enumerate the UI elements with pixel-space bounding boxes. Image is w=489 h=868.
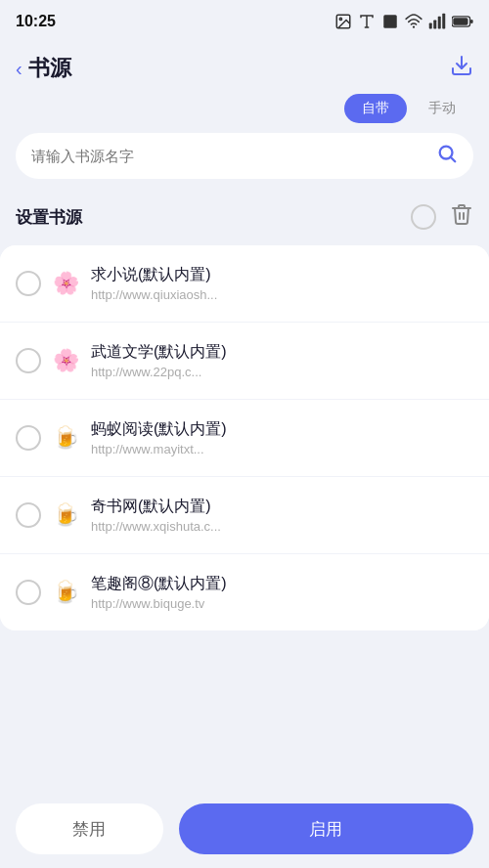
svg-rect-7 [433,21,436,29]
item-checkbox-4[interactable] [16,580,41,605]
search-icon [436,143,458,169]
source-list: 🌸 求小说(默认内置) http://www.qiuxiaosh... 🌸 武道… [0,245,489,630]
item-url-3: http://www.xqishuta.c... [91,519,473,534]
back-button[interactable]: ‹ [16,58,22,80]
list-item: 🌸 求小说(默认内置) http://www.qiuxiaosh... [0,245,489,323]
item-name-1: 武道文学(默认内置) [91,342,473,363]
item-icon-0: 🌸 [53,271,79,296]
status-bar: 10:25 [0,0,489,43]
download-button[interactable] [450,54,473,83]
svg-rect-8 [438,17,441,29]
item-icon-1: 🌸 [53,348,79,373]
status-time: 10:25 [16,13,56,30]
square-icon [381,13,399,30]
page-title: 书源 [28,54,71,83]
item-name-0: 求小说(默认内置) [91,265,473,285]
enable-button[interactable]: 启用 [179,803,473,854]
svg-rect-12 [470,20,473,23]
item-url-4: http://www.biquge.tv [91,596,473,611]
wifi-icon [405,13,422,30]
item-url-1: http://www.22pq.c... [91,365,473,379]
settings-row: 设置书源 [0,193,489,241]
svg-rect-4 [383,15,397,28]
list-item: 🍺 奇书网(默认内置) http://www.xqishuta.c... [0,477,489,554]
disable-button[interactable]: 禁用 [16,803,163,854]
search-input[interactable] [31,148,436,164]
photo-icon [334,13,352,30]
list-item: 🍺 笔趣阁⑧(默认内置) http://www.biquge.tv [0,554,489,630]
item-checkbox-1[interactable] [16,348,41,373]
item-checkbox-3[interactable] [16,502,41,528]
builtin-toggle[interactable]: 自带 [344,94,407,123]
item-name-3: 奇书网(默认内置) [91,497,473,517]
list-item: 🌸 武道文学(默认内置) http://www.22pq.c... [0,323,489,400]
toggle-row: 自带 手动 [0,94,489,123]
item-icon-2: 🍺 [53,425,79,451]
list-item: 🍺 蚂蚁阅读(默认内置) http://www.mayitxt... [0,400,489,477]
bottom-bar: 禁用 启用 [0,790,489,868]
svg-rect-11 [453,18,467,25]
delete-icon[interactable] [450,202,473,232]
item-name-2: 蚂蚁阅读(默认内置) [91,419,473,440]
item-url-0: http://www.qiuxiaosh... [91,287,473,302]
settings-actions [411,202,473,232]
header: ‹ 书源 [0,43,489,94]
status-icons [334,13,473,30]
svg-line-15 [451,157,455,161]
select-all-checkbox[interactable] [411,204,436,230]
text-icon [358,13,376,30]
svg-point-5 [413,26,415,28]
item-name-4: 笔趣阁⑧(默认内置) [91,574,473,594]
item-url-2: http://www.mayitxt... [91,442,473,456]
battery-icon [452,15,473,28]
svg-rect-9 [442,14,445,29]
svg-rect-6 [429,23,432,29]
signal-icon [428,13,446,30]
item-checkbox-2[interactable] [16,425,41,451]
manual-toggle[interactable]: 手动 [411,94,473,123]
item-icon-4: 🍺 [53,580,79,605]
item-icon-3: 🍺 [53,502,79,528]
svg-point-1 [339,18,341,20]
header-left: ‹ 书源 [16,54,71,83]
item-checkbox-0[interactable] [16,271,41,296]
settings-title: 设置书源 [16,206,82,229]
search-container [16,133,473,179]
